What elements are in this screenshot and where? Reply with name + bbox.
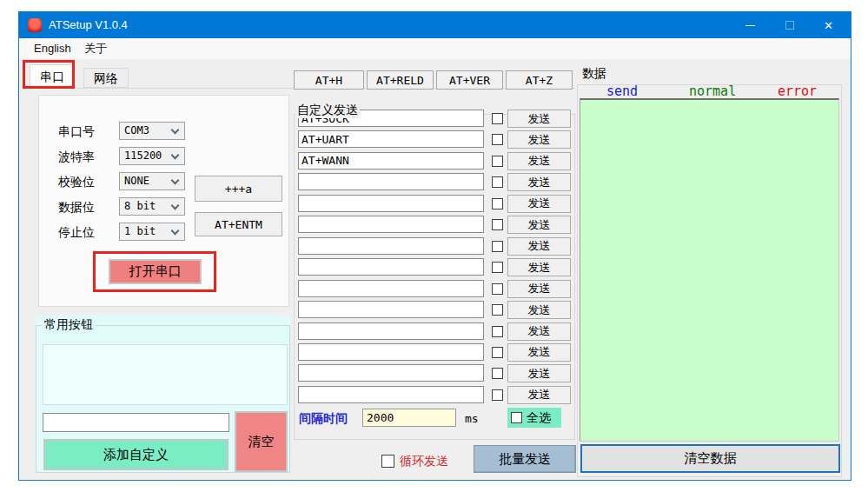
- custom-send-row: 发送: [294, 258, 575, 276]
- common-buttons-area: [43, 344, 288, 405]
- parity-select[interactable]: NONE: [119, 172, 185, 190]
- custom-send-row: 发送: [294, 152, 575, 170]
- batch-send-button[interactable]: 批量发送: [474, 445, 576, 473]
- custom-send-group: 自定义发送 发送 发送 发送 发送 发送 发送 发送 发送: [294, 99, 575, 440]
- menu-english[interactable]: English: [34, 38, 71, 59]
- data-bits-select[interactable]: 8 bit: [119, 197, 185, 216]
- send-button[interactable]: 发送: [507, 195, 571, 213]
- at-reld-button[interactable]: AT+RELD: [367, 70, 434, 90]
- loop-send-checkbox[interactable]: [381, 455, 394, 468]
- app-icon: [28, 18, 42, 32]
- com-port-value: COM3: [124, 124, 149, 136]
- custom-send-row: 发送: [294, 237, 575, 256]
- command-input[interactable]: [298, 258, 484, 276]
- chevron-down-icon: [171, 176, 180, 185]
- data-bits-value: 8 bit: [124, 200, 156, 212]
- close-button[interactable]: ✕: [809, 12, 848, 38]
- interval-time-input[interactable]: [362, 409, 456, 427]
- interval-unit-label: ms: [465, 412, 479, 425]
- serial-settings-group: 串口号 COM3 波特率 115200 校验位 NONE 数据位 8 bit 停…: [38, 95, 289, 307]
- command-input[interactable]: [298, 343, 484, 361]
- send-button[interactable]: 发送: [507, 301, 571, 319]
- send-button[interactable]: 发送: [507, 130, 571, 149]
- at-entm-button[interactable]: AT+ENTM: [195, 212, 282, 236]
- tab-serial[interactable]: 串口: [30, 64, 75, 88]
- command-input[interactable]: [298, 280, 484, 297]
- custom-send-row: 发送: [294, 386, 575, 404]
- menu-bar: English 关于: [19, 38, 851, 59]
- select-all-checkbox[interactable]: [511, 412, 522, 423]
- baud-rate-select[interactable]: 115200: [119, 147, 185, 165]
- send-button[interactable]: 发送: [507, 364, 571, 382]
- custom-send-row: 发送: [294, 301, 575, 319]
- custom-send-row: 发送: [294, 343, 575, 362]
- send-button[interactable]: 发送: [507, 173, 571, 191]
- row-checkbox[interactable]: [492, 176, 503, 188]
- stop-bits-value: 1 bit: [124, 225, 156, 237]
- minimize-button[interactable]: [731, 12, 770, 38]
- row-checkbox[interactable]: [492, 134, 503, 145]
- row-checkbox[interactable]: [492, 219, 503, 230]
- send-button[interactable]: 发送: [507, 386, 571, 404]
- command-input[interactable]: [298, 195, 484, 212]
- row-checkbox[interactable]: [492, 368, 503, 379]
- custom-command-input[interactable]: [43, 413, 229, 432]
- row-checkbox[interactable]: [492, 198, 503, 209]
- com-port-label: 串口号: [58, 124, 95, 140]
- row-checkbox[interactable]: [492, 283, 503, 295]
- command-input[interactable]: [298, 130, 484, 148]
- row-checkbox[interactable]: [492, 326, 503, 337]
- clear-buttons-button[interactable]: 清空: [235, 411, 288, 472]
- send-button[interactable]: 发送: [507, 343, 571, 362]
- send-button[interactable]: 发送: [507, 322, 571, 341]
- custom-send-row: 发送: [294, 195, 575, 213]
- stop-bits-label: 停止位: [58, 225, 95, 241]
- command-input[interactable]: [298, 216, 484, 233]
- legend-error: error: [778, 83, 817, 99]
- command-input[interactable]: [298, 322, 484, 340]
- row-checkbox[interactable]: [492, 347, 503, 358]
- row-checkbox[interactable]: [492, 156, 503, 167]
- custom-send-row: 发送: [294, 216, 575, 234]
- send-button[interactable]: 发送: [507, 152, 571, 170]
- row-checkbox[interactable]: [492, 113, 503, 124]
- send-button[interactable]: 发送: [507, 237, 571, 256]
- menu-about[interactable]: 关于: [84, 38, 107, 59]
- custom-send-row: 发送: [294, 130, 575, 149]
- com-port-select[interactable]: COM3: [119, 122, 185, 140]
- command-input[interactable]: [298, 152, 484, 170]
- at-ver-button[interactable]: AT+VER: [436, 70, 503, 90]
- command-input[interactable]: [298, 364, 484, 382]
- send-button[interactable]: 发送: [507, 280, 571, 298]
- command-input[interactable]: [298, 301, 484, 318]
- data-output-area[interactable]: [580, 98, 839, 442]
- minimize-icon: [745, 25, 755, 26]
- plus-a-button[interactable]: +++a: [195, 176, 282, 202]
- custom-send-row: 发送: [294, 364, 575, 382]
- tab-network[interactable]: 网络: [83, 68, 129, 88]
- open-serial-port-button[interactable]: 打开串口: [109, 259, 202, 284]
- send-button[interactable]: 发送: [507, 216, 571, 234]
- clear-data-button[interactable]: 清空数据: [580, 444, 840, 473]
- common-group-label: 常用按钮: [42, 317, 96, 333]
- send-button[interactable]: 发送: [507, 110, 571, 128]
- at-h-button[interactable]: AT+H: [294, 70, 364, 90]
- row-checkbox[interactable]: [492, 262, 503, 273]
- at-z-button[interactable]: AT+Z: [506, 70, 573, 90]
- add-custom-button[interactable]: 添加自定义: [43, 439, 229, 470]
- row-checkbox[interactable]: [492, 304, 503, 316]
- stop-bits-select[interactable]: 1 bit: [119, 223, 185, 241]
- row-checkbox[interactable]: [492, 241, 503, 252]
- chevron-down-icon: [171, 126, 180, 135]
- send-button[interactable]: 发送: [507, 258, 571, 276]
- data-bits-label: 数据位: [58, 200, 95, 216]
- command-input[interactable]: [298, 173, 484, 190]
- command-input[interactable]: [298, 237, 484, 255]
- title-bar[interactable]: ATSetup V1.0.4 ✕: [19, 12, 851, 38]
- data-group-label: 数据: [580, 66, 608, 82]
- command-input[interactable]: [298, 386, 484, 403]
- custom-send-row: 发送: [294, 280, 575, 298]
- row-checkbox[interactable]: [492, 389, 503, 401]
- loop-send-label: 循环发送: [400, 454, 448, 469]
- common-buttons-group: 常用按钮 添加自定义 清空: [36, 316, 290, 473]
